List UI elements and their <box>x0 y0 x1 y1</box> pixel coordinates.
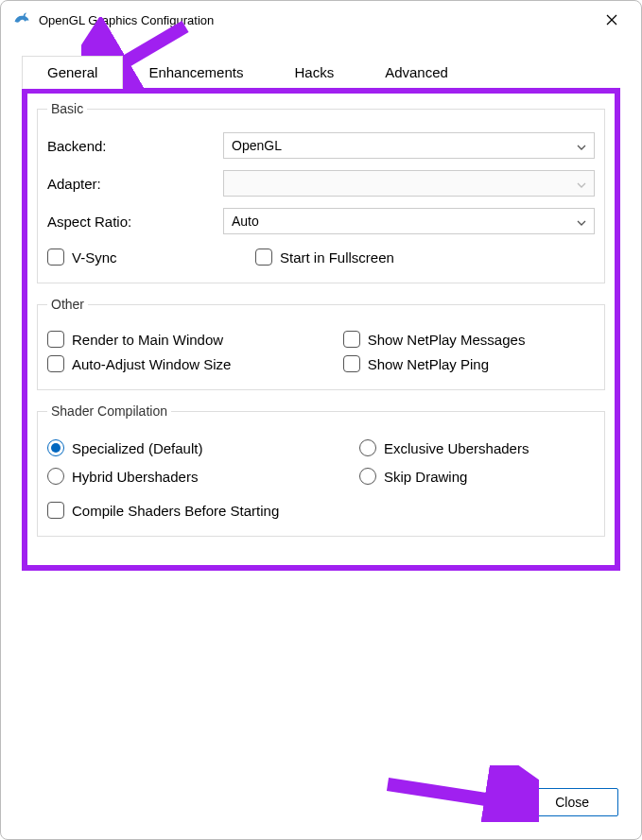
hybrid-label: Hybrid Ubershaders <box>72 469 198 485</box>
general-panel: Basic Backend: OpenGL Adapter: <box>22 88 620 571</box>
footer: Close <box>1 571 641 839</box>
adapter-label: Adapter: <box>47 176 223 192</box>
basic-legend: Basic <box>47 101 87 116</box>
skip-drawing-radio[interactable]: Skip Drawing <box>359 462 595 490</box>
aspect-row: Aspect Ratio: Auto <box>47 205 595 237</box>
tab-enhancements[interactable]: Enhancements <box>123 56 269 89</box>
checkbox-icon <box>47 331 64 348</box>
chevron-down-icon <box>577 214 586 229</box>
vsync-checkbox[interactable]: V-Sync <box>47 245 255 269</box>
show-netplay-messages-label: Show NetPlay Messages <box>368 332 526 348</box>
window-title: OpenGL Graphics Configuration <box>39 13 582 27</box>
backend-value: OpenGL <box>232 138 282 153</box>
other-group: Other Render to Main Window Show NetPlay… <box>37 297 605 390</box>
backend-row: Backend: OpenGL <box>47 129 595 162</box>
compile-before-label: Compile Shaders Before Starting <box>72 503 279 519</box>
checkbox-icon <box>47 502 64 519</box>
fullscreen-checkbox[interactable]: Start in Fullscreen <box>255 245 595 269</box>
show-netplay-messages-checkbox[interactable]: Show NetPlay Messages <box>343 327 595 351</box>
backend-label: Backend: <box>47 138 223 154</box>
shader-checks: Compile Shaders Before Starting <box>47 498 595 523</box>
chevron-down-icon <box>577 176 586 191</box>
skip-label: Skip Drawing <box>384 469 467 485</box>
radio-selected-icon <box>47 439 64 456</box>
auto-adjust-label: Auto-Adjust Window Size <box>72 356 231 372</box>
specialized-label: Specialized (Default) <box>72 440 202 456</box>
exclusive-ubershaders-radio[interactable]: Exclusive Ubershaders <box>359 434 595 462</box>
tab-advanced[interactable]: Advanced <box>359 56 474 89</box>
aspect-value: Auto <box>232 214 259 229</box>
other-checks: Render to Main Window Show NetPlay Messa… <box>47 327 595 376</box>
other-legend: Other <box>47 297 88 312</box>
aspect-select[interactable]: Auto <box>223 208 595 234</box>
shader-legend: Shader Compilation <box>47 403 171 419</box>
specialized-radio[interactable]: Specialized (Default) <box>47 434 359 462</box>
radio-icon <box>359 468 376 485</box>
exclusive-label: Exclusive Ubershaders <box>384 440 529 456</box>
config-window: OpenGL Graphics Configuration General En… <box>0 0 642 840</box>
render-main-checkbox[interactable]: Render to Main Window <box>47 327 343 351</box>
aspect-label: Aspect Ratio: <box>47 214 223 230</box>
checkbox-icon <box>47 355 64 372</box>
checkbox-icon <box>47 249 64 266</box>
show-netplay-ping-checkbox[interactable]: Show NetPlay Ping <box>343 351 595 376</box>
vsync-label: V-Sync <box>72 249 117 266</box>
close-button[interactable]: Close <box>526 788 618 816</box>
adapter-row: Adapter: <box>47 167 595 199</box>
backend-select[interactable]: OpenGL <box>223 132 595 159</box>
render-main-label: Render to Main Window <box>72 332 223 348</box>
radio-icon <box>359 439 376 456</box>
tab-bar: General Enhancements Hacks Advanced <box>1 39 641 89</box>
basic-group: Basic Backend: OpenGL Adapter: <box>37 101 605 283</box>
basic-checks: V-Sync Start in Fullscreen <box>47 245 595 269</box>
dolphin-icon <box>12 10 31 29</box>
checkbox-icon <box>255 249 272 266</box>
auto-adjust-checkbox[interactable]: Auto-Adjust Window Size <box>47 351 343 376</box>
titlebar: OpenGL Graphics Configuration <box>1 1 641 39</box>
compile-before-checkbox[interactable]: Compile Shaders Before Starting <box>47 498 595 523</box>
adapter-select <box>223 170 595 197</box>
fullscreen-label: Start in Fullscreen <box>280 249 394 266</box>
checkbox-icon <box>343 355 360 372</box>
hybrid-ubershaders-radio[interactable]: Hybrid Ubershaders <box>47 462 359 490</box>
tab-general[interactable]: General <box>22 56 123 89</box>
show-netplay-ping-label: Show NetPlay Ping <box>368 356 489 372</box>
tab-hacks[interactable]: Hacks <box>269 56 359 89</box>
chevron-down-icon <box>577 138 586 153</box>
shader-radios: Specialized (Default) Exclusive Ubershad… <box>47 434 595 490</box>
radio-icon <box>47 468 64 485</box>
window-close-button[interactable] <box>590 6 633 34</box>
shader-group: Shader Compilation Specialized (Default)… <box>37 403 605 537</box>
checkbox-icon <box>343 331 360 348</box>
close-icon <box>606 14 617 26</box>
